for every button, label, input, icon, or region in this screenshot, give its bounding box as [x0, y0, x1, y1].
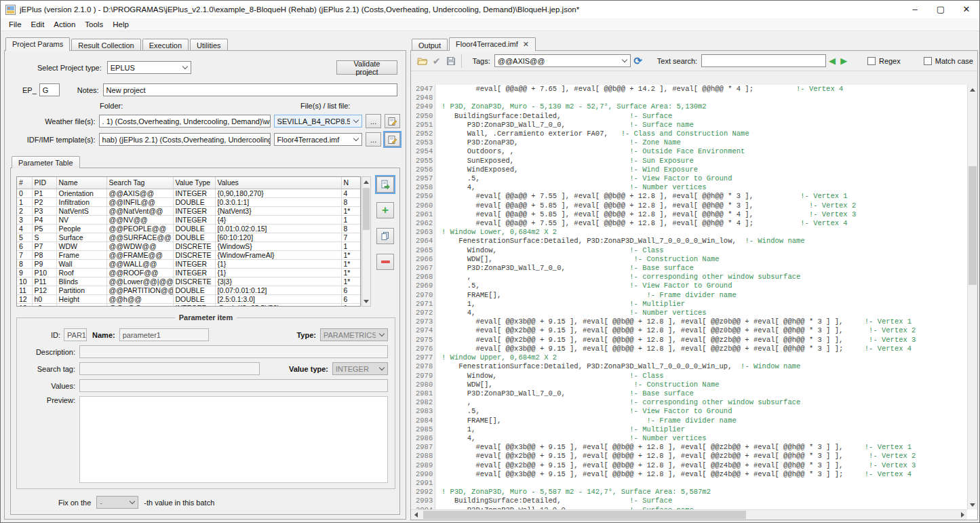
- weather-browse-button[interactable]: ...: [366, 114, 381, 128]
- column-header-pid[interactable]: PID: [32, 177, 56, 189]
- duplicate-parameter-button[interactable]: [376, 228, 394, 244]
- code-line-2990[interactable]: 2990 #eval[ @@x3b@@ + 9.15 ], #eval[ @@b…: [411, 470, 967, 479]
- code-line-2985[interactable]: 2985 1, !- Multiplier: [411, 425, 967, 434]
- tab-project-params[interactable]: Project Params: [5, 37, 70, 51]
- menu-action[interactable]: Action: [49, 19, 80, 30]
- menu-edit[interactable]: Edit: [26, 19, 50, 30]
- code-line-2966[interactable]: 2966 WDW[], !- Construction Name: [411, 255, 967, 264]
- search-previous-icon[interactable]: ◀: [826, 54, 838, 68]
- code-line-2957[interactable]: 2957 .5, !- View Factor to Ground: [411, 174, 967, 183]
- table-row[interactable]: 2P3NatVentS@@NatVent@@INTEGER{NatVent3}1…: [17, 206, 360, 215]
- code-line-2962[interactable]: 2962 #eval[ @@a@@ + 7.55 ], #eval[ @@b@@…: [411, 219, 967, 228]
- column-header-name[interactable]: Name: [56, 177, 106, 189]
- code-line-2965[interactable]: 2965 Window, !- Class: [411, 246, 967, 255]
- param-values-field[interactable]: [79, 379, 388, 392]
- code-line-2979[interactable]: 2979 Window, !- Class: [411, 372, 967, 381]
- tab-parameter-table[interactable]: Parameter Table: [12, 156, 80, 168]
- open-file-button[interactable]: [415, 54, 429, 69]
- ep-id-field[interactable]: G: [39, 83, 60, 96]
- code-line-2964[interactable]: 2964 FenestrationSurface:Detailed, P3D:Z…: [411, 237, 967, 246]
- column-header-n[interactable]: N: [341, 177, 360, 189]
- tab-floor4terraced-imf[interactable]: Floor4Terraced.imf✕: [449, 37, 536, 51]
- table-scrollbar[interactable]: [361, 176, 371, 307]
- minimize-button[interactable]: –: [902, 1, 928, 18]
- code-line-2983[interactable]: 2983 .5, !- View Factor to Ground: [411, 407, 967, 416]
- table-row[interactable]: 6P7WDW@@WDW@@DISCRETE{WindowS}1: [17, 241, 360, 250]
- table-row[interactable]: 11P12Partition@@PARTITION@@DOUBLE[0.07:0…: [17, 286, 360, 294]
- column-header-search-tag[interactable]: Search Tag: [106, 177, 173, 189]
- param-id-field[interactable]: PAR1: [64, 328, 87, 341]
- code-line-2951[interactable]: 2951 P3D:ZonaP3D_Wall_7_0_0, !- Surface …: [411, 121, 967, 130]
- code-line-2969[interactable]: 2969 .5, !- View Factor to Ground: [411, 282, 967, 290]
- code-line-2989[interactable]: 2989 #eval[ @@x2b@@ + 9.15 ], #eval[ @@b…: [411, 461, 967, 470]
- menu-file[interactable]: File: [4, 19, 26, 30]
- param-name-field[interactable]: parameter1: [119, 328, 209, 341]
- code-line-2974[interactable]: 2974 #eval[ @@x2b@@ + 9.15 ], #eval[ @@b…: [411, 326, 967, 335]
- menu-tools[interactable]: Tools: [80, 19, 108, 30]
- idf-edit-button[interactable]: [385, 132, 400, 147]
- table-row[interactable]: 12h0Height@@h@@DOUBLE[2.5:0.1:3.0]6: [17, 294, 360, 303]
- code-line-2970[interactable]: 2970 FRAME[], !- Frame divider name: [411, 291, 967, 300]
- weather-edit-button[interactable]: [385, 114, 400, 128]
- code-line-2987[interactable]: 2987 #eval[ @@x3b@@ + 9.15 ], #eval[ @@b…: [411, 443, 967, 452]
- validate-project-button[interactable]: Validate project: [336, 60, 397, 75]
- scroll-down-icon[interactable]: [968, 500, 977, 509]
- table-scrollbar-thumb[interactable]: [363, 188, 370, 230]
- editor-hscroll-thumb[interactable]: [423, 511, 746, 519]
- code-line-2971[interactable]: 2971 1, !- Multiplier: [411, 300, 967, 309]
- code-line-2991[interactable]: 2991: [411, 479, 967, 488]
- search-next-icon[interactable]: ▶: [838, 54, 850, 68]
- code-line-2992[interactable]: 2992! P3D, ZonaP3D, Muro - 5,587 m2 - 14…: [411, 488, 967, 497]
- code-line-2961[interactable]: 2961 #eval[ @@a@@ + 5.85 ], #eval[ @@b@@…: [411, 210, 967, 219]
- add-parameter-button[interactable]: +: [376, 202, 394, 218]
- scroll-up-icon[interactable]: [968, 85, 977, 94]
- table-row[interactable]: 0P1Orientation@@AXIS@@INTEGER{0,90,180,2…: [17, 189, 360, 197]
- code-line-2960[interactable]: 2960 #eval[ @@a@@ + 5.85 ], #eval[ @@b@@…: [411, 201, 967, 210]
- code-line-2982[interactable]: 2982 , !- corresponding other window sub…: [411, 398, 967, 407]
- table-row[interactable]: 10P11Blinds@@Lower@@|@@U...DISCRETE{3|3}…: [17, 277, 360, 286]
- code-line-2947[interactable]: 2947 #eval[ @@a@@ + 7.65 ], #eval[ @@b@@…: [411, 85, 967, 94]
- table-row[interactable]: 3P4NV@@NV@@INTEGER{4}1: [17, 215, 360, 224]
- code-line-2988[interactable]: 2988 #eval[ @@x2b@@ + 9.15 ], #eval[ @@b…: [411, 452, 967, 461]
- close-tab-icon[interactable]: ✕: [523, 40, 529, 48]
- table-row[interactable]: 8P9Wall@@WALL@@INTEGER{1}1*: [17, 259, 360, 268]
- code-line-2949[interactable]: 2949! P3D, ZonaP3D, Muro - 5,130 m2 - 52…: [411, 102, 967, 111]
- code-line-2986[interactable]: 2986 4, !- Number vertices: [411, 434, 967, 443]
- code-line-2967[interactable]: 2967 P3D:ZonaP3D_Wall_7_0_0, !- Base sur…: [411, 264, 967, 273]
- parameter-table[interactable]: #PIDNameSearch TagValue TypeValuesN 0P1O…: [16, 176, 361, 307]
- table-row[interactable]: 4P5People@@PEOPLE@@DOUBLE[0.01:0.02:0.15…: [17, 224, 360, 233]
- column-header-values[interactable]: Values: [215, 177, 341, 189]
- fix-value-select[interactable]: -: [96, 496, 138, 509]
- scroll-left-icon[interactable]: [411, 510, 420, 520]
- project-type-select[interactable]: EPLUS: [107, 61, 191, 74]
- code-line-2956[interactable]: 2956 WindExposed, !- Wind Exposure: [411, 166, 967, 174]
- table-row[interactable]: 1P2Infiltration@@INFIL@@DOUBLE[0.3:0.1:1…: [17, 197, 360, 206]
- code-line-2981[interactable]: 2981 P3D:ZonaP3D_Wall_7_0_0, !- Base sur…: [411, 389, 967, 398]
- code-line-2984[interactable]: 2984 FRAME[], !- Frame divider name: [411, 417, 967, 425]
- param-search-tag-field[interactable]: [79, 362, 260, 375]
- import-parameters-button[interactable]: [376, 176, 394, 193]
- weather-folder-field[interactable]: . 1) (Costs,Overheating, Undercooling, D…: [99, 115, 271, 128]
- code-line-2948[interactable]: 2948: [411, 94, 967, 102]
- param-description-field[interactable]: [79, 345, 388, 358]
- code-line-2972[interactable]: 2972 4, !- Number vertices: [411, 309, 967, 317]
- code-line-2980[interactable]: 2980 WDW[], !- Construction Name: [411, 381, 967, 389]
- code-line-2955[interactable]: 2955 SunExposed, !- Sun Exposure: [411, 157, 967, 166]
- code-line-2959[interactable]: 2959 #eval[ @@a@@ + 7.55 ], #eval[ @@b@@…: [411, 192, 967, 201]
- save-file-button[interactable]: [444, 54, 458, 69]
- idf-folder-field[interactable]: hab) (jEPlus 2.1) (Costs,Overheating, Un…: [99, 133, 271, 146]
- code-line-2968[interactable]: 2968 , !- corresponding other window sub…: [411, 273, 967, 282]
- idf-browse-button[interactable]: ...: [366, 132, 381, 147]
- table-row[interactable]: 5SSurface@@SURFACE@@DOUBLE[60:10:120]7: [17, 233, 360, 241]
- regex-checkbox[interactable]: [867, 57, 876, 65]
- table-row[interactable]: 7P8Frame@@FRAME@@DISCRETE{WindowFrameAl}…: [17, 250, 360, 259]
- code-line-2963[interactable]: 2963! Window Lower, 0,684m2 X 2: [411, 228, 967, 237]
- tab-utilities[interactable]: Utilities: [190, 39, 227, 51]
- close-button[interactable]: ✕: [954, 1, 979, 18]
- weather-file-select[interactable]: SEVILLA_B4_RCP8.5_20...: [274, 115, 363, 128]
- tags-select[interactable]: @@AXIS@@: [494, 54, 631, 67]
- table-row[interactable]: 13a0a@@a@@INTEGER@calc((S+85.5)/50)1: [17, 303, 360, 307]
- table-row[interactable]: 9P10Roof@@ROOF@@INTEGER{1}1*: [17, 268, 360, 277]
- code-line-2977[interactable]: 2977! Window Upper, 0,684m2 X 2: [411, 353, 967, 362]
- code-line-2952[interactable]: 2952 Wall, .Cerramiento exterior FA07, !…: [411, 130, 967, 138]
